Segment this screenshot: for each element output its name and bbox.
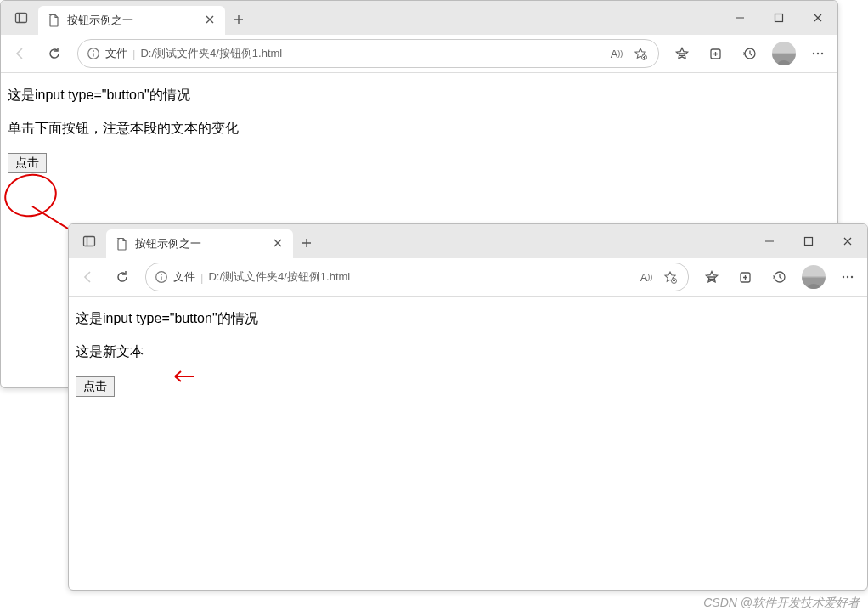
click-button[interactable]: 点击 xyxy=(8,153,47,173)
menu-icon[interactable] xyxy=(802,38,834,69)
page-icon xyxy=(115,237,128,251)
page-content: 这是input type="button"的情况 单击下面按钮，注意本段的文本的… xyxy=(1,73,837,187)
page-icon xyxy=(47,14,60,27)
page-content: 这是input type="button"的情况 这是新文本 点击 xyxy=(69,297,867,410)
new-tab-button[interactable] xyxy=(293,229,320,257)
favorites-icon[interactable] xyxy=(696,262,728,292)
favorite-star-icon[interactable] xyxy=(631,47,650,60)
browser-window-after: 按钮示例之一 文件 | D:/测试文件夹4/按钮例1.html A)) xyxy=(68,223,868,591)
favorite-star-icon[interactable] xyxy=(661,270,679,284)
titlebar: 按钮示例之一 xyxy=(69,224,867,258)
refresh-button[interactable] xyxy=(106,262,138,292)
back-button[interactable] xyxy=(4,38,37,69)
titlebar: 按钮示例之一 xyxy=(1,1,837,35)
profile-avatar[interactable] xyxy=(798,262,830,292)
close-window-button[interactable] xyxy=(798,1,837,35)
window-controls xyxy=(720,1,837,35)
svg-point-14 xyxy=(817,53,819,54)
svg-point-12 xyxy=(777,60,791,65)
svg-point-29 xyxy=(843,276,844,278)
maximize-button[interactable] xyxy=(759,1,798,35)
back-button[interactable] xyxy=(72,262,104,292)
browser-tab[interactable]: 按钮示例之一 xyxy=(38,6,225,35)
svg-point-5 xyxy=(93,50,94,52)
browser-tab[interactable]: 按钮示例之一 xyxy=(106,229,293,258)
collections-icon[interactable] xyxy=(700,38,732,69)
svg-point-15 xyxy=(821,53,823,54)
svg-rect-0 xyxy=(16,14,27,23)
addr-path: D:/测试文件夹4/按钮例1.html xyxy=(208,269,632,285)
toolbar: 文件 | D:/测试文件夹4/按钮例1.html A)) xyxy=(69,258,867,297)
content-line-2: 单击下面按钮，注意本段的文本的变化 xyxy=(8,120,831,138)
new-tab-button[interactable] xyxy=(225,6,252,33)
history-icon[interactable] xyxy=(734,38,766,69)
address-bar[interactable]: 文件 | D:/测试文件夹4/按钮例1.html A)) xyxy=(145,263,689,291)
favorites-icon[interactable] xyxy=(666,38,698,69)
minimize-button[interactable] xyxy=(750,224,789,258)
svg-point-21 xyxy=(161,274,162,275)
content-line-1: 这是input type="button"的情况 xyxy=(76,310,860,328)
tab-actions-icon[interactable] xyxy=(76,228,103,255)
addr-separator: | xyxy=(200,271,203,284)
content-line-2: 这是新文本 xyxy=(76,343,860,361)
site-info-icon[interactable] xyxy=(87,47,100,60)
tab-title: 按钮示例之一 xyxy=(67,14,133,28)
svg-point-28 xyxy=(807,284,820,289)
svg-point-31 xyxy=(851,276,853,278)
svg-point-13 xyxy=(813,53,814,54)
addr-type-label: 文件 xyxy=(105,46,127,61)
tab-actions-icon[interactable] xyxy=(8,4,35,31)
maximize-button[interactable] xyxy=(789,224,828,258)
svg-rect-19 xyxy=(805,238,813,246)
click-button[interactable]: 点击 xyxy=(76,376,115,397)
close-window-button[interactable] xyxy=(828,224,867,258)
menu-icon[interactable] xyxy=(831,262,864,292)
addr-separator: | xyxy=(132,48,135,60)
content-line-1: 这是input type="button"的情况 xyxy=(8,87,831,105)
minimize-button[interactable] xyxy=(720,1,759,35)
svg-point-30 xyxy=(847,276,848,278)
site-info-icon[interactable] xyxy=(155,270,168,284)
refresh-button[interactable] xyxy=(38,38,70,69)
svg-rect-3 xyxy=(775,14,783,22)
read-aloud-icon[interactable]: A)) xyxy=(607,48,626,60)
collections-icon[interactable] xyxy=(730,262,762,292)
window-controls xyxy=(750,224,867,258)
addr-type-label: 文件 xyxy=(173,269,195,285)
tab-title: 按钮示例之一 xyxy=(135,237,201,251)
close-tab-icon[interactable] xyxy=(205,14,217,26)
read-aloud-icon[interactable]: A)) xyxy=(637,271,656,284)
svg-rect-16 xyxy=(84,237,95,246)
close-tab-icon[interactable] xyxy=(273,238,285,250)
watermark: CSDN @软件开发技术爱好者 xyxy=(703,596,860,611)
addr-right-icons: A)) xyxy=(637,270,679,284)
addr-path: D:/测试文件夹4/按钮例1.html xyxy=(140,46,602,61)
address-bar[interactable]: 文件 | D:/测试文件夹4/按钮例1.html A)) xyxy=(77,39,659,68)
addr-right-icons: A)) xyxy=(607,47,650,60)
profile-avatar[interactable] xyxy=(768,38,800,69)
toolbar: 文件 | D:/测试文件夹4/按钮例1.html A)) xyxy=(1,35,837,73)
history-icon[interactable] xyxy=(764,262,796,292)
